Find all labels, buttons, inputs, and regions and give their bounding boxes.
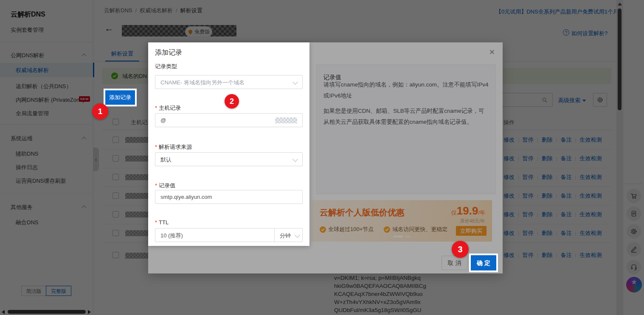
required-star: * [155, 105, 157, 111]
line-label: *解析请求来源 [155, 143, 192, 151]
record-value-label: *记录值 [155, 182, 175, 190]
record-type-value: CNAME- 将域名指向另外一个域名 [160, 79, 245, 86]
domain-suffix-blurred [275, 117, 297, 123]
host-label: *主机记录 [155, 104, 181, 112]
host-label-text: 主机记录 [159, 105, 181, 111]
add-record-form: 添加记录 记录类型 CNAME- 将域名指向另外一个域名 *主机记录 @ *解析… [148, 42, 309, 246]
required-star: * [155, 182, 157, 189]
record-value-value: smtp.qiye.aliyun.com [160, 194, 212, 200]
ttl-label-text: TTL [159, 219, 169, 226]
record-type-label: 记录类型 [155, 63, 177, 70]
chevron-down-icon [292, 79, 298, 85]
confirm-button[interactable]: 确 定 [471, 255, 496, 270]
step-3-badge: 3 [452, 241, 469, 258]
tutorial-dim-overlay [0, 0, 644, 315]
record-value-input[interactable]: smtp.qiye.aliyun.com [155, 190, 303, 204]
line-value: 默认 [160, 156, 172, 164]
ttl-input[interactable]: 10 (推荐) 分钟 [155, 228, 303, 242]
chevron-down-icon [292, 156, 298, 162]
ttl-unit-select[interactable]: 分钟 [274, 229, 304, 242]
host-value: @ [160, 117, 166, 123]
ttl-value: 10 (推荐) [160, 232, 183, 240]
ttl-label: *TTL [155, 219, 169, 226]
host-input[interactable]: @ [155, 113, 303, 127]
step-1-badge: 1 [92, 103, 108, 120]
modal-title: 添加记录 [155, 48, 182, 57]
step-2-badge: 2 [225, 94, 239, 109]
chevron-down-icon [295, 232, 300, 238]
ttl-unit-value: 分钟 [280, 232, 291, 240]
add-record-button[interactable]: 添加记录 [105, 90, 135, 105]
screen: 云解析DNS 实例套餐管理 公网DNS解析 权威域名解析 递归解析（公共DNS）… [0, 0, 644, 315]
line-select[interactable]: 默认 [155, 152, 303, 166]
record-type-select[interactable]: CNAME- 将域名指向另外一个域名 [155, 75, 303, 89]
line-label-text: 解析请求来源 [159, 144, 192, 150]
required-star: * [155, 219, 157, 226]
required-star: * [155, 144, 157, 150]
record-value-label-text: 记录值 [159, 182, 175, 189]
